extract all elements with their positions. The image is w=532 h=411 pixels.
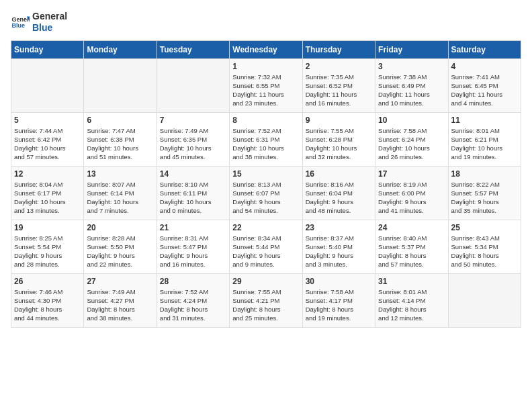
day-content: Sunrise: 8:43 AM Sunset: 5:34 PM Dayligh… xyxy=(451,234,518,269)
day-cell-22: 22Sunrise: 8:34 AM Sunset: 5:44 PM Dayli… xyxy=(230,220,302,273)
week-row-5: 26Sunrise: 7:46 AM Sunset: 4:30 PM Dayli… xyxy=(11,273,521,327)
header-cell-monday: Monday xyxy=(84,40,157,58)
day-number: 25 xyxy=(451,223,518,232)
day-content: Sunrise: 8:34 AM Sunset: 5:44 PM Dayligh… xyxy=(232,234,299,269)
day-cell-24: 24Sunrise: 8:40 AM Sunset: 5:37 PM Dayli… xyxy=(375,220,448,273)
day-cell-3: 3Sunrise: 7:38 AM Sunset: 6:49 PM Daylig… xyxy=(375,58,448,112)
day-cell-15: 15Sunrise: 8:13 AM Sunset: 6:07 PM Dayli… xyxy=(230,166,302,220)
day-cell-21: 21Sunrise: 8:31 AM Sunset: 5:47 PM Dayli… xyxy=(157,220,229,273)
day-cell-1: 1Sunrise: 7:32 AM Sunset: 6:55 PM Daylig… xyxy=(230,58,302,112)
week-row-1: 1Sunrise: 7:32 AM Sunset: 6:55 PM Daylig… xyxy=(11,58,521,112)
day-content: Sunrise: 7:47 AM Sunset: 6:38 PM Dayligh… xyxy=(87,126,153,162)
day-content: Sunrise: 7:41 AM Sunset: 6:45 PM Dayligh… xyxy=(451,73,518,108)
header-cell-saturday: Saturday xyxy=(448,40,521,58)
day-cell-17: 17Sunrise: 8:19 AM Sunset: 6:00 PM Dayli… xyxy=(375,166,448,220)
day-number: 22 xyxy=(232,223,299,232)
day-number: 7 xyxy=(160,116,226,125)
day-cell-26: 26Sunrise: 7:46 AM Sunset: 4:30 PM Dayli… xyxy=(11,273,84,327)
logo: General Blue General Blue xyxy=(11,11,67,34)
logo-text-blue: Blue xyxy=(32,22,67,34)
day-cell-11: 11Sunrise: 8:01 AM Sunset: 6:21 PM Dayli… xyxy=(448,112,521,166)
day-content: Sunrise: 8:37 AM Sunset: 5:40 PM Dayligh… xyxy=(306,234,372,269)
day-cell-30: 30Sunrise: 7:58 AM Sunset: 4:17 PM Dayli… xyxy=(302,273,375,327)
day-cell-14: 14Sunrise: 8:10 AM Sunset: 6:11 PM Dayli… xyxy=(157,166,229,220)
day-content: Sunrise: 8:01 AM Sunset: 6:21 PM Dayligh… xyxy=(451,126,518,162)
week-row-3: 12Sunrise: 8:04 AM Sunset: 6:17 PM Dayli… xyxy=(11,166,521,220)
day-number: 9 xyxy=(306,116,372,125)
empty-cell xyxy=(157,58,229,112)
header-row: SundayMondayTuesdayWednesdayThursdayFrid… xyxy=(11,40,521,58)
empty-cell xyxy=(448,273,521,327)
day-content: Sunrise: 8:04 AM Sunset: 6:17 PM Dayligh… xyxy=(14,180,81,216)
day-cell-10: 10Sunrise: 7:58 AM Sunset: 6:24 PM Dayli… xyxy=(375,112,448,166)
day-number: 12 xyxy=(14,169,81,179)
day-content: Sunrise: 7:58 AM Sunset: 6:24 PM Dayligh… xyxy=(378,126,445,162)
svg-text:Blue: Blue xyxy=(11,22,25,29)
day-content: Sunrise: 7:32 AM Sunset: 6:55 PM Dayligh… xyxy=(232,73,299,108)
calendar-header: SundayMondayTuesdayWednesdayThursdayFrid… xyxy=(11,40,521,58)
day-cell-20: 20Sunrise: 8:28 AM Sunset: 5:50 PM Dayli… xyxy=(84,220,157,273)
day-cell-4: 4Sunrise: 7:41 AM Sunset: 6:45 PM Daylig… xyxy=(448,58,521,112)
header-cell-sunday: Sunday xyxy=(11,40,84,58)
empty-cell xyxy=(11,58,84,112)
calendar-body: 1Sunrise: 7:32 AM Sunset: 6:55 PM Daylig… xyxy=(11,58,521,327)
day-number: 6 xyxy=(87,116,153,125)
week-row-4: 19Sunrise: 8:25 AM Sunset: 5:54 PM Dayli… xyxy=(11,220,521,273)
week-row-2: 5Sunrise: 7:44 AM Sunset: 6:42 PM Daylig… xyxy=(11,112,521,166)
day-content: Sunrise: 8:07 AM Sunset: 6:14 PM Dayligh… xyxy=(87,180,153,216)
day-number: 16 xyxy=(306,169,372,179)
svg-text:General: General xyxy=(11,15,30,22)
day-content: Sunrise: 7:49 AM Sunset: 6:35 PM Dayligh… xyxy=(160,126,226,162)
day-number: 21 xyxy=(160,223,226,232)
day-cell-6: 6Sunrise: 7:47 AM Sunset: 6:38 PM Daylig… xyxy=(84,112,157,166)
day-number: 10 xyxy=(378,116,445,125)
day-content: Sunrise: 7:52 AM Sunset: 4:24 PM Dayligh… xyxy=(160,287,226,323)
day-number: 18 xyxy=(451,169,518,179)
day-content: Sunrise: 8:01 AM Sunset: 4:14 PM Dayligh… xyxy=(378,287,445,323)
day-content: Sunrise: 7:38 AM Sunset: 6:49 PM Dayligh… xyxy=(378,73,445,108)
day-number: 20 xyxy=(87,223,153,232)
day-number: 2 xyxy=(306,62,372,71)
day-content: Sunrise: 8:28 AM Sunset: 5:50 PM Dayligh… xyxy=(87,234,153,269)
day-number: 13 xyxy=(87,169,153,179)
day-content: Sunrise: 7:49 AM Sunset: 4:27 PM Dayligh… xyxy=(87,287,153,323)
day-cell-9: 9Sunrise: 7:55 AM Sunset: 6:28 PM Daylig… xyxy=(302,112,375,166)
logo-text-general: General xyxy=(32,11,67,22)
empty-cell xyxy=(84,58,157,112)
day-number: 11 xyxy=(451,116,518,125)
day-cell-29: 29Sunrise: 7:55 AM Sunset: 4:21 PM Dayli… xyxy=(230,273,302,327)
day-cell-12: 12Sunrise: 8:04 AM Sunset: 6:17 PM Dayli… xyxy=(11,166,84,220)
day-content: Sunrise: 7:52 AM Sunset: 6:31 PM Dayligh… xyxy=(232,126,299,162)
day-content: Sunrise: 8:22 AM Sunset: 5:57 PM Dayligh… xyxy=(451,180,518,216)
day-number: 30 xyxy=(306,277,372,286)
day-content: Sunrise: 8:10 AM Sunset: 6:11 PM Dayligh… xyxy=(160,180,226,216)
day-content: Sunrise: 7:55 AM Sunset: 4:21 PM Dayligh… xyxy=(232,287,299,323)
day-cell-18: 18Sunrise: 8:22 AM Sunset: 5:57 PM Dayli… xyxy=(448,166,521,220)
day-number: 28 xyxy=(160,277,226,286)
day-content: Sunrise: 8:19 AM Sunset: 6:00 PM Dayligh… xyxy=(378,180,445,216)
day-number: 4 xyxy=(451,62,518,71)
day-cell-28: 28Sunrise: 7:52 AM Sunset: 4:24 PM Dayli… xyxy=(157,273,229,327)
day-content: Sunrise: 7:55 AM Sunset: 6:28 PM Dayligh… xyxy=(306,126,372,162)
day-content: Sunrise: 8:25 AM Sunset: 5:54 PM Dayligh… xyxy=(14,234,81,269)
logo-icon: General Blue xyxy=(11,13,30,32)
day-cell-7: 7Sunrise: 7:49 AM Sunset: 6:35 PM Daylig… xyxy=(157,112,229,166)
day-number: 27 xyxy=(87,277,153,286)
day-cell-25: 25Sunrise: 8:43 AM Sunset: 5:34 PM Dayli… xyxy=(448,220,521,273)
day-cell-16: 16Sunrise: 8:16 AM Sunset: 6:04 PM Dayli… xyxy=(302,166,375,220)
day-content: Sunrise: 7:35 AM Sunset: 6:52 PM Dayligh… xyxy=(306,73,372,108)
day-number: 31 xyxy=(378,277,445,286)
day-number: 3 xyxy=(378,62,445,71)
page-header: General Blue General Blue xyxy=(11,11,521,34)
day-content: Sunrise: 8:40 AM Sunset: 5:37 PM Dayligh… xyxy=(378,234,445,269)
day-cell-27: 27Sunrise: 7:49 AM Sunset: 4:27 PM Dayli… xyxy=(84,273,157,327)
day-number: 24 xyxy=(378,223,445,232)
day-number: 26 xyxy=(14,277,81,286)
day-content: Sunrise: 7:58 AM Sunset: 4:17 PM Dayligh… xyxy=(306,287,372,323)
day-number: 14 xyxy=(160,169,226,179)
day-number: 5 xyxy=(14,116,81,125)
day-cell-19: 19Sunrise: 8:25 AM Sunset: 5:54 PM Dayli… xyxy=(11,220,84,273)
header-cell-friday: Friday xyxy=(375,40,448,58)
day-cell-13: 13Sunrise: 8:07 AM Sunset: 6:14 PM Dayli… xyxy=(84,166,157,220)
header-cell-wednesday: Wednesday xyxy=(230,40,302,58)
